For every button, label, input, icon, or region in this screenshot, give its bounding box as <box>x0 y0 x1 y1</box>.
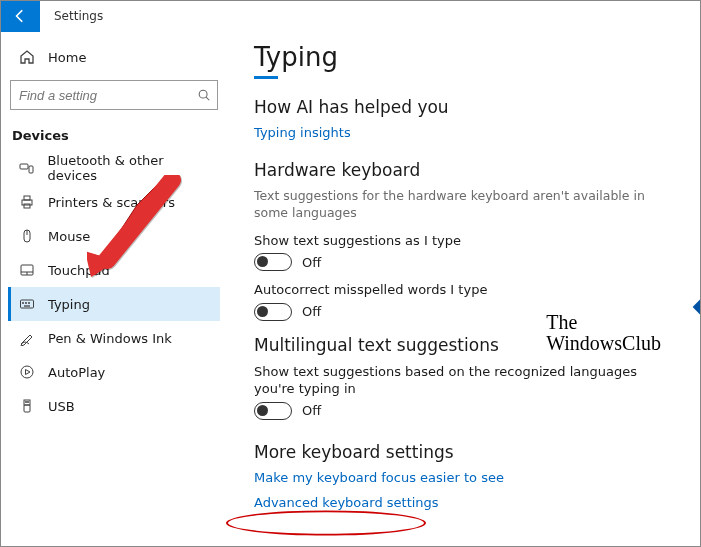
svg-line-1 <box>206 97 209 100</box>
sidebar-item-mouse[interactable]: Mouse <box>8 219 220 253</box>
section-heading-ai: How AI has helped you <box>254 97 675 117</box>
home-icon <box>18 48 36 66</box>
sidebar-item-label: USB <box>48 399 75 414</box>
svg-rect-18 <box>24 400 30 405</box>
sidebar-item-autoplay[interactable]: AutoPlay <box>8 355 220 389</box>
search-box[interactable] <box>10 80 218 110</box>
sidebar-item-label: Touchpad <box>48 263 110 278</box>
svg-point-17 <box>21 366 33 378</box>
sidebar-home-label: Home <box>48 50 86 65</box>
bluetooth-icon <box>18 159 35 177</box>
keyboard-icon <box>18 295 36 313</box>
svg-rect-2 <box>20 164 28 169</box>
app-title: Settings <box>54 9 103 23</box>
sidebar-group-label: Devices <box>8 122 220 151</box>
svg-point-0 <box>199 90 207 98</box>
arrow-left-icon <box>13 9 27 23</box>
link-advanced-keyboard[interactable]: Advanced keyboard settings <box>254 495 439 510</box>
svg-rect-12 <box>21 300 34 308</box>
printer-icon <box>18 193 36 211</box>
sidebar-item-label: Printers & scanners <box>48 195 175 210</box>
sidebar: Home Devices Bluetooth & other devices P… <box>0 32 228 547</box>
pen-icon <box>18 329 36 347</box>
sidebar-item-printers[interactable]: Printers & scanners <box>8 185 220 219</box>
search-icon <box>197 88 211 102</box>
svg-rect-19 <box>24 405 30 412</box>
toggle-suggestions[interactable] <box>254 253 292 271</box>
main-content: Typing How AI has helped you Typing insi… <box>228 32 701 547</box>
sidebar-item-label: Bluetooth & other devices <box>47 153 212 183</box>
svg-rect-5 <box>24 196 30 200</box>
toggle-multilingual[interactable] <box>254 402 292 420</box>
autoplay-icon <box>18 363 36 381</box>
usb-icon <box>18 397 36 415</box>
sidebar-item-usb[interactable]: USB <box>8 389 220 423</box>
touchpad-icon <box>18 261 36 279</box>
toggle-label-suggestions: Show text suggestions as I type <box>254 232 654 250</box>
mouse-icon <box>18 227 36 245</box>
sidebar-item-typing[interactable]: Typing <box>8 287 220 321</box>
sidebar-item-label: AutoPlay <box>48 365 105 380</box>
sidebar-home[interactable]: Home <box>8 40 220 74</box>
sidebar-item-label: Mouse <box>48 229 90 244</box>
page-title: Typing <box>254 42 675 72</box>
sidebar-item-touchpad[interactable]: Touchpad <box>8 253 220 287</box>
link-keyboard-focus[interactable]: Make my keyboard focus easier to see <box>254 470 504 485</box>
sidebar-item-label: Pen & Windows Ink <box>48 331 172 346</box>
title-underline <box>254 76 278 79</box>
section-heading-multilingual: Multilingual text suggestions <box>254 335 675 355</box>
sidebar-item-bluetooth[interactable]: Bluetooth & other devices <box>8 151 220 185</box>
section-heading-hardware: Hardware keyboard <box>254 160 675 180</box>
search-input[interactable] <box>19 88 197 103</box>
section-heading-more: More keyboard settings <box>254 442 675 462</box>
toggle-state-multilingual: Off <box>302 403 321 418</box>
toggle-label-multilingual: Show text suggestions based on the recog… <box>254 363 654 398</box>
toggle-state-autocorrect: Off <box>302 304 321 319</box>
toggle-state-suggestions: Off <box>302 255 321 270</box>
sidebar-item-label: Typing <box>48 297 90 312</box>
section-subtext-hardware: Text suggestions for the hardware keyboa… <box>254 188 654 222</box>
svg-rect-3 <box>29 166 33 173</box>
sidebar-item-pen[interactable]: Pen & Windows Ink <box>8 321 220 355</box>
link-typing-insights[interactable]: Typing insights <box>254 125 351 140</box>
back-button[interactable] <box>0 0 40 32</box>
toggle-label-autocorrect: Autocorrect misspelled words I type <box>254 281 654 299</box>
toggle-autocorrect[interactable] <box>254 303 292 321</box>
watermark-logo-icon <box>693 289 701 326</box>
